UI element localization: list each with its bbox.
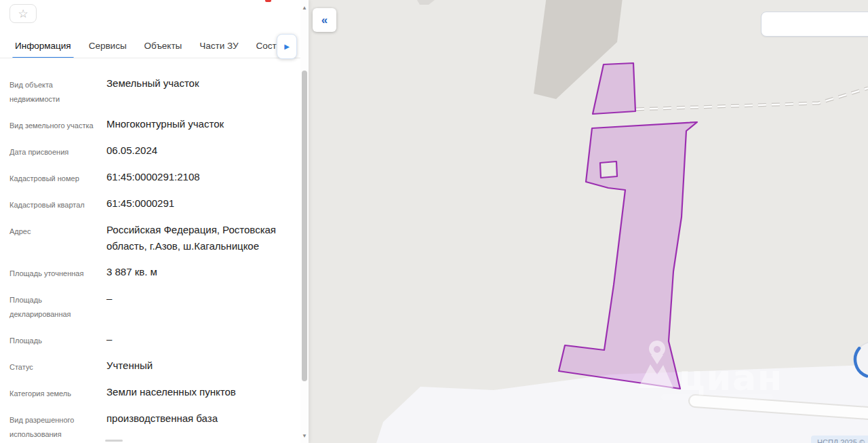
field-label: Статус (9, 358, 98, 374)
panel-scrollbar[interactable]: ▲ ▼ (300, 0, 309, 443)
field-value: 3 887 кв. м (106, 264, 287, 280)
field-value: Земли населенных пунктов (106, 384, 287, 400)
map-layers: циан (309, 0, 868, 443)
info-row: Площадь – (9, 331, 287, 348)
field-value: 06.05.2024 (106, 142, 287, 159)
tab[interactable]: Части ЗУ (199, 34, 238, 58)
tab-bar: Информация Сервисы Объекты Части ЗУ (0, 34, 300, 58)
field-value: – (106, 290, 287, 307)
star-icon: ☆ (18, 7, 28, 21)
scroll-down-icon[interactable]: ▼ (300, 431, 309, 442)
tab-label: Информация (15, 41, 71, 51)
clipped-next-row (105, 440, 123, 442)
info-row: Статус Учтенный (9, 358, 287, 374)
tabs-scroll-right-button[interactable]: ▶ (277, 34, 297, 59)
info-row: Вид разрешенного использования производс… (9, 410, 287, 442)
info-row: Вид земельного участка Многоконтурный уч… (9, 116, 287, 133)
field-label: Площадь декларированная (9, 290, 98, 322)
double-chevron-left-icon: « (321, 14, 328, 27)
field-value: 61:45:0000291 (106, 195, 287, 212)
scroll-up-icon[interactable]: ▲ (300, 3, 309, 14)
info-row: Категория земель Земли населенных пункто… (9, 384, 287, 401)
field-label: Вид разрешенного использования (9, 410, 98, 442)
field-label: Адрес (9, 222, 98, 239)
info-row: Площадь уточненная 3 887 кв. м (9, 264, 287, 281)
tab-label: Части ЗУ (199, 41, 238, 51)
field-label: Вид земельного участка (9, 116, 98, 133)
info-row: Адрес Российская Федерация, Ростовская о… (9, 222, 287, 254)
info-row: Дата присвоения 06.05.2024 (9, 142, 287, 159)
info-row: Площадь декларированная – (9, 290, 287, 322)
favorite-button[interactable]: ☆ (9, 4, 37, 23)
watermark-text: циан (679, 358, 783, 398)
field-value: Земельный участок (106, 75, 287, 92)
field-value: Многоконтурный участок (106, 116, 287, 132)
map-search (761, 12, 868, 37)
map-canvas[interactable]: циан « НСПД 2025 © (309, 0, 868, 443)
watermark-subline (661, 394, 773, 400)
chevron-right-icon: ▶ (284, 43, 290, 50)
field-value: – (106, 331, 287, 347)
info-row: Кадастровый квартал 61:45:0000291 (9, 195, 287, 212)
field-value: Российская Федерация, Ростовская область… (106, 222, 287, 254)
notification-sliver (265, 0, 271, 2)
info-row: Кадастровый номер 61:45:0000291:2108 (9, 169, 287, 186)
property-fields: Вид объекта недвижимости Земельный участ… (0, 59, 300, 443)
collapse-panel-button[interactable]: « (313, 8, 336, 32)
field-label: Площадь уточненная (9, 264, 98, 281)
search-input[interactable] (762, 12, 868, 36)
field-label: Дата присвоения (9, 142, 98, 159)
field-label: Кадастровый номер (9, 169, 98, 186)
field-value: 61:45:0000291:2108 (106, 169, 287, 185)
tab[interactable]: Информация (15, 34, 71, 58)
field-value: производственная база (106, 410, 287, 427)
cadastral-viewer: ☆ Информация Сервисы Объекты (0, 0, 868, 443)
info-panel: ☆ Информация Сервисы Объекты (0, 0, 309, 443)
info-row: Вид объекта недвижимости Земельный участ… (9, 75, 287, 107)
tab[interactable]: Сервисы (89, 34, 127, 58)
scrollbar-thumb[interactable] (302, 71, 307, 381)
field-label: Площадь (9, 331, 98, 348)
field-label: Кадастровый квартал (9, 195, 98, 212)
attribution-badge[interactable]: НСПД 2025 © (811, 436, 868, 443)
field-value: Учтенный (106, 358, 287, 374)
tab[interactable]: Объекты (144, 34, 182, 58)
tab-label: Сервисы (89, 41, 127, 51)
field-label: Вид объекта недвижимости (9, 75, 98, 107)
tab-label: Объекты (144, 41, 182, 51)
field-label: Категория земель (9, 384, 98, 401)
